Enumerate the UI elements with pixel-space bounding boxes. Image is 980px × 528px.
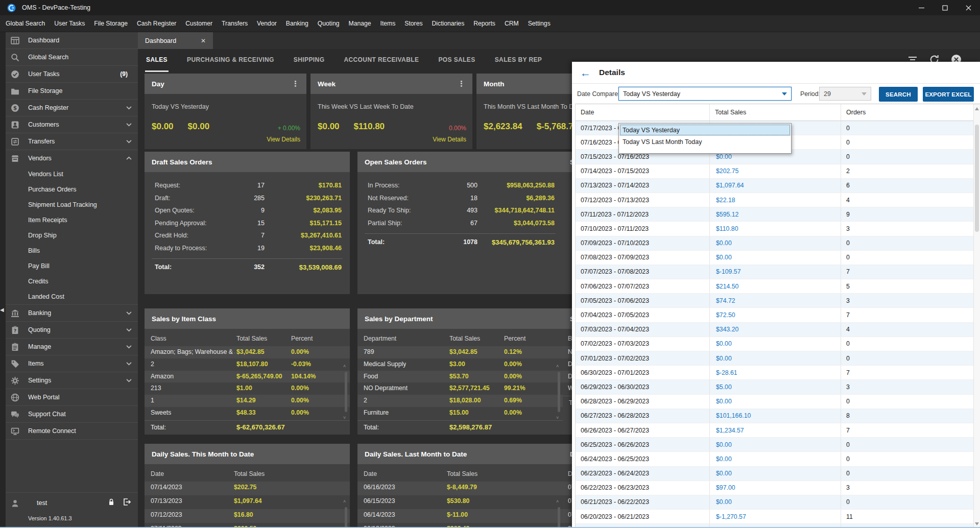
scroll-up-icon[interactable]: ˄: [343, 499, 346, 504]
scrollbar-thumb[interactable]: [975, 125, 979, 232]
details-scrollbar[interactable]: [973, 104, 980, 528]
lock-icon[interactable]: [107, 498, 115, 508]
sidebar-item-manage[interactable]: Manage: [6, 338, 138, 355]
details-table-row[interactable]: 07/05/2023 - 07/06/2023$74.723: [576, 294, 974, 308]
kebab-menu-icon[interactable]: ⋮: [458, 79, 465, 88]
logout-icon[interactable]: [123, 498, 131, 508]
sidebar-subitem-bills[interactable]: Bills: [6, 243, 138, 258]
details-table-row[interactable]: 07/01/2023 - 07/02/2023$0.000: [576, 351, 974, 366]
maximize-icon[interactable]: [933, 0, 957, 15]
panel-scrollbar[interactable]: ˄˅: [344, 502, 348, 528]
subtab-sales-by-rep[interactable]: SALES BY REP: [494, 49, 543, 72]
menu-item-vendor[interactable]: Vendor: [252, 15, 281, 32]
panel-scrollbar[interactable]: ˄˅: [557, 367, 561, 417]
details-table-row[interactable]: 07/08/2023 - 07/09/2023$0.000: [576, 251, 974, 265]
sidebar-item-remote-connect[interactable]: Remote Connect: [6, 422, 138, 440]
scrollbar-thumb[interactable]: [558, 507, 560, 528]
menu-item-user-tasks[interactable]: User Tasks: [50, 15, 89, 32]
sidebar-subitem-credits[interactable]: Credits: [6, 274, 138, 289]
sidebar-subitem-shipment-load-tracking[interactable]: Shipment Load Tracking: [6, 197, 138, 212]
menu-item-banking[interactable]: Banking: [281, 15, 313, 32]
scrollbar-thumb[interactable]: [345, 372, 347, 412]
sidebar-item-quoting[interactable]: ?Quoting: [6, 321, 138, 338]
dropdown-option-today-vs-last-month-today[interactable]: Today VS Last Month Today: [619, 136, 791, 148]
menu-item-global-search[interactable]: Global Search: [1, 15, 50, 32]
sidebar-item-user-tasks[interactable]: User Tasks(9): [6, 65, 138, 82]
details-table-row[interactable]: 06/21/2023 - 06/22/2023$0.000: [576, 495, 974, 510]
kebab-menu-icon[interactable]: ⋮: [292, 79, 299, 88]
sidebar-item-settings[interactable]: Settings: [6, 372, 138, 389]
details-table-row[interactable]: 06/24/2023 - 06/25/2023$0.000: [576, 452, 974, 466]
subtab-account-receivable[interactable]: ACCOUNT RECEIVABLE: [343, 49, 420, 72]
scroll-up-icon[interactable]: ˄: [556, 364, 559, 369]
menu-item-cash-register[interactable]: Cash Register: [132, 15, 181, 32]
subtab-sales[interactable]: SALES: [145, 49, 169, 72]
subtab-purchasing-receiving[interactable]: PURCHASING & RECEIVING: [186, 49, 275, 72]
sidebar-subitem-purchase-orders[interactable]: Purchase Orders: [6, 182, 138, 197]
subtab-shipping[interactable]: SHIPPING: [293, 49, 326, 72]
scroll-down-icon[interactable]: [975, 522, 979, 525]
menu-item-manage[interactable]: Manage: [344, 15, 375, 32]
details-table-row[interactable]: 06/28/2023 - 06/29/2023$0.000: [576, 395, 974, 409]
menu-item-dictionaries[interactable]: Dictionaries: [427, 15, 469, 32]
period-select[interactable]: 29: [819, 87, 871, 101]
scroll-up-icon[interactable]: ˄: [343, 364, 346, 369]
details-table-row[interactable]: 07/10/2023 - 07/11/2023$110.803: [576, 222, 974, 236]
dropdown-option-today-vs-yesterday[interactable]: Today VS Yesterday: [619, 124, 791, 136]
view-details-link[interactable]: View Details: [267, 136, 300, 143]
sidebar-subitem-landed-cost[interactable]: Landed Cost: [6, 289, 138, 304]
search-button[interactable]: SEARCH: [879, 87, 918, 102]
details-table-row[interactable]: 07/07/2023 - 07/08/2023$-109.577: [576, 265, 974, 279]
sidebar-collapse-icon[interactable]: ◀: [0, 307, 4, 313]
details-table-row[interactable]: 07/04/2023 - 07/05/2023$72.507: [576, 308, 974, 322]
menu-item-transfers[interactable]: Transfers: [217, 15, 252, 32]
scroll-down-icon[interactable]: ˅: [556, 415, 559, 420]
sidebar-item-cash-register[interactable]: $Cash Register: [6, 99, 138, 116]
export-excel-button[interactable]: EXPORT EXCEL: [923, 87, 974, 102]
panel-scrollbar[interactable]: ˄˅: [344, 367, 348, 417]
menu-item-customer[interactable]: Customer: [181, 15, 217, 32]
sidebar-item-transfers[interactable]: Transfers: [6, 133, 138, 150]
scrollbar-thumb[interactable]: [345, 507, 347, 528]
menu-item-reports[interactable]: Reports: [469, 15, 500, 32]
details-table-row[interactable]: 07/03/2023 - 07/04/2023$343.204: [576, 323, 974, 337]
sidebar-item-file-storage[interactable]: File Storage: [6, 82, 138, 99]
panel-scrollbar[interactable]: ˄˅: [557, 502, 561, 528]
sidebar-subitem-pay-bill[interactable]: Pay Bill: [6, 258, 138, 274]
sidebar-item-banking[interactable]: Banking: [6, 304, 138, 321]
sidebar-subitem-item-receipts[interactable]: Item Receipts: [6, 212, 138, 228]
scrollbar-thumb[interactable]: [558, 372, 560, 412]
scroll-up-icon[interactable]: [975, 107, 979, 110]
tab-dashboard[interactable]: Dashboard ✕: [138, 32, 213, 49]
details-table-row[interactable]: 06/20/2023 - 06/21/2023$-1,270.5711: [576, 510, 974, 524]
details-table-row[interactable]: 07/13/2023 - 07/14/2023$1,097.646: [576, 179, 974, 193]
sidebar-item-items[interactable]: Items: [6, 355, 138, 372]
scroll-down-icon[interactable]: ˅: [343, 415, 346, 420]
date-compare-select[interactable]: Today VS Yesterday: [618, 87, 792, 101]
details-table-row[interactable]: 07/09/2023 - 07/10/2023$0.000: [576, 236, 974, 251]
menu-item-quoting[interactable]: Quoting: [313, 15, 344, 32]
subtab-pos-sales[interactable]: POS SALES: [437, 49, 476, 72]
menu-item-items[interactable]: Items: [376, 15, 400, 32]
details-table-row[interactable]: 06/25/2023 - 06/26/2023$0.000: [576, 438, 974, 452]
details-table-row[interactable]: 06/29/2023 - 06/30/2023$5.003: [576, 380, 974, 394]
menu-item-settings[interactable]: Settings: [523, 15, 555, 32]
back-arrow-icon[interactable]: ←: [580, 67, 591, 78]
menu-item-file-storage[interactable]: File Storage: [89, 15, 132, 32]
sidebar-subitem-vendors-list[interactable]: Vendors List: [6, 166, 138, 182]
details-table-row[interactable]: 06/27/2023 - 06/28/2023$101,166.108: [576, 409, 974, 423]
sidebar-item-vendors[interactable]: Vendors: [6, 150, 138, 166]
sidebar-item-support-chat[interactable]: Support Chat: [6, 405, 138, 422]
tab-close-icon[interactable]: ✕: [201, 37, 206, 44]
sidebar-item-global-search[interactable]: Global Search: [6, 49, 138, 65]
sidebar-subitem-drop-ship[interactable]: Drop Ship: [6, 228, 138, 243]
details-table-row[interactable]: 07/02/2023 - 07/03/2023$0.000: [576, 337, 974, 351]
menu-item-stores[interactable]: Stores: [400, 15, 427, 32]
scroll-up-icon[interactable]: ˄: [556, 499, 559, 504]
sidebar-item-dashboard[interactable]: Dashboard: [6, 32, 138, 49]
details-table-row[interactable]: 06/26/2023 - 06/27/2023$1,234.577: [576, 423, 974, 438]
sidebar-item-web-portal[interactable]: Web Portal: [6, 389, 138, 405]
details-table-row[interactable]: 07/06/2023 - 07/07/2023$214.505: [576, 279, 974, 294]
details-table-row[interactable]: 07/12/2023 - 07/13/2023$22.184: [576, 193, 974, 207]
window-close-icon[interactable]: [957, 0, 980, 15]
